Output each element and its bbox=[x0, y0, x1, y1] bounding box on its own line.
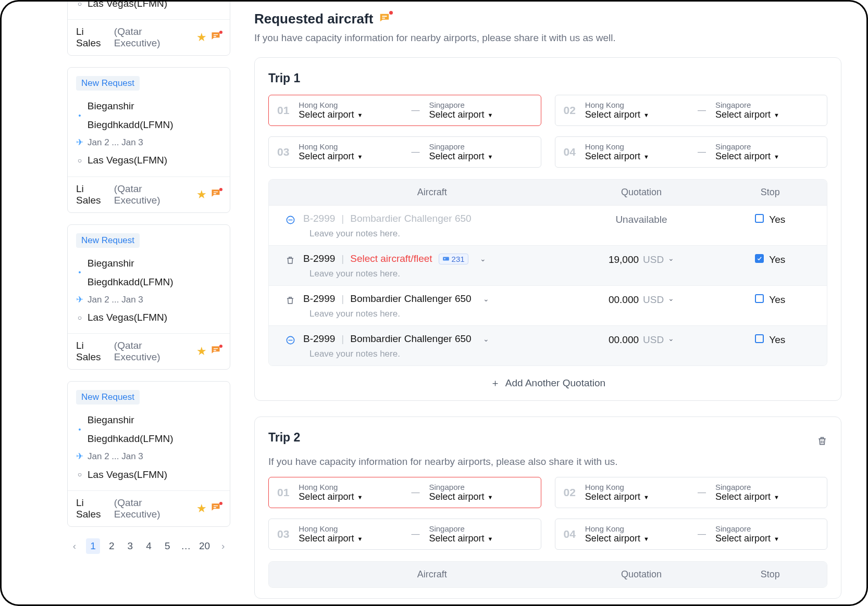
to-label: Singapore bbox=[429, 142, 532, 151]
stop-cell: Yes bbox=[722, 333, 819, 346]
chat-icon[interactable] bbox=[210, 31, 221, 44]
circle-icon: ○ bbox=[76, 154, 83, 168]
caret-down-icon: ▼ bbox=[643, 536, 649, 542]
notes-placeholder[interactable]: Leave your notes here. bbox=[309, 309, 561, 319]
aircraft-line[interactable]: B-2999| Bombardier Challenger 650 ⌄ bbox=[303, 333, 561, 345]
from-airport-select[interactable]: Select airport ▼ bbox=[585, 533, 649, 544]
caret-down-icon: ▼ bbox=[357, 494, 363, 500]
circle-icon: ○ bbox=[76, 311, 83, 325]
star-icon[interactable]: ★ bbox=[196, 31, 207, 44]
leg-selector[interactable]: 02 Hong Kong Select airport ▼ — Singapor… bbox=[555, 95, 828, 126]
circle-icon: ○ bbox=[76, 468, 83, 482]
caret-down-icon: ▼ bbox=[488, 536, 493, 542]
pager-next[interactable]: › bbox=[216, 538, 230, 554]
from-airport-select[interactable]: Select airport ▼ bbox=[299, 109, 363, 120]
to-airport-select[interactable]: Select airport ▼ bbox=[715, 533, 779, 544]
star-icon[interactable]: ★ bbox=[196, 188, 207, 201]
pager-page[interactable]: 3 bbox=[123, 538, 138, 554]
caret-down-icon: ▼ bbox=[643, 494, 649, 500]
seller-name: Li Sales bbox=[76, 183, 111, 206]
chat-icon[interactable] bbox=[378, 12, 391, 27]
chat-icon[interactable] bbox=[210, 188, 221, 201]
aircraft-line[interactable]: B-2999| Select aircraft/fleet 231 ⌄ bbox=[303, 253, 561, 264]
leg-selector[interactable]: 03 Hong Kong Select airport ▼ — Singapor… bbox=[268, 519, 541, 550]
notes-placeholder[interactable]: Leave your notes here. bbox=[309, 229, 561, 239]
pager-page[interactable]: 20 bbox=[197, 538, 212, 554]
disable-row-icon[interactable] bbox=[286, 335, 295, 348]
leg-selector[interactable]: 01 Hong Kong Select airport ▼ — Singapor… bbox=[268, 477, 541, 508]
chat-icon[interactable] bbox=[210, 345, 221, 358]
disable-row-icon[interactable] bbox=[286, 215, 295, 228]
from-airport-select[interactable]: Select airport ▼ bbox=[299, 151, 363, 162]
pager-prev[interactable]: ‹ bbox=[67, 538, 82, 554]
dash-icon: — bbox=[698, 106, 706, 115]
star-icon[interactable]: ★ bbox=[196, 345, 207, 358]
pager-page[interactable]: 4 bbox=[142, 538, 156, 554]
request-card[interactable]: New Request •Bieganshir Biegdhkadd(LFMN)… bbox=[67, 67, 230, 213]
from-airport-select[interactable]: Select airport ▼ bbox=[299, 491, 363, 502]
pager-page[interactable]: 2 bbox=[104, 538, 119, 554]
quotation-table: AircraftQuotationStop B-2999| Bombardier… bbox=[268, 179, 827, 366]
to-airport-select[interactable]: Select airport ▼ bbox=[715, 491, 779, 502]
from-airport-select[interactable]: Select airport ▼ bbox=[585, 491, 649, 502]
from-airport-select[interactable]: Select airport ▼ bbox=[299, 533, 363, 544]
request-card[interactable]: • ✈Jan 2 ... Jan 3 ○Las Vegas(LFMN) Li S… bbox=[67, 2, 230, 56]
star-icon[interactable]: ★ bbox=[196, 502, 207, 515]
add-quotation-button[interactable]: ＋Add Another Quotation bbox=[268, 366, 827, 390]
leg-selector[interactable]: 01 Hong Kong Select airport ▼ — Singapor… bbox=[268, 95, 541, 126]
to-airport-select[interactable]: Select airport ▼ bbox=[715, 151, 779, 162]
price-cell[interactable]: 00.000USD⌄ bbox=[561, 333, 722, 346]
leg-selector[interactable]: 04 Hong Kong Select airport ▼ — Singapor… bbox=[555, 136, 828, 168]
price-cell[interactable]: 19,000USD⌄ bbox=[561, 253, 722, 266]
to-airport-select[interactable]: Select airport ▼ bbox=[429, 151, 493, 162]
dash-icon: — bbox=[698, 529, 706, 539]
stop-checkbox[interactable] bbox=[755, 214, 764, 223]
from-label: Hong Kong bbox=[299, 100, 402, 109]
aircraft-line[interactable]: B-2999| Bombardier Challenger 650 ⌄ bbox=[303, 293, 561, 305]
from-airport-select[interactable]: Select airport ▼ bbox=[585, 109, 649, 120]
leg-number: 03 bbox=[277, 146, 289, 158]
to-airport-select[interactable]: Select airport ▼ bbox=[429, 109, 493, 120]
delete-trip-icon[interactable] bbox=[817, 435, 827, 449]
stop-checkbox[interactable] bbox=[755, 254, 764, 263]
trip-title: Trip 2 bbox=[268, 431, 300, 445]
caret-down-icon: ▼ bbox=[488, 494, 493, 500]
pager-page[interactable]: 1 bbox=[86, 538, 101, 554]
stop-checkbox[interactable] bbox=[755, 294, 764, 303]
leg-selector[interactable]: 02 Hong Kong Select airport ▼ — Singapor… bbox=[555, 477, 828, 508]
to-airport-select[interactable]: Select airport ▼ bbox=[715, 109, 779, 120]
delete-row-icon[interactable] bbox=[286, 255, 295, 268]
leg-number: 02 bbox=[564, 486, 576, 499]
from-airport-select[interactable]: Select airport ▼ bbox=[585, 151, 649, 162]
price-cell[interactable]: Unavailable bbox=[561, 213, 722, 225]
request-card[interactable]: New Request •Bieganshir Biegdhkadd(LFMN)… bbox=[67, 224, 230, 370]
price-cell[interactable]: 00.000USD⌄ bbox=[561, 293, 722, 306]
caret-down-icon: ▼ bbox=[643, 112, 649, 118]
stop-cell: Yes bbox=[722, 253, 819, 266]
seller-line: Li Sales (Qatar Executive) ★ bbox=[76, 497, 221, 520]
new-request-badge: New Request bbox=[76, 233, 140, 248]
from-label: Hong Kong bbox=[585, 483, 688, 491]
notes-placeholder[interactable]: Leave your notes here. bbox=[309, 269, 561, 279]
leg-number: 02 bbox=[564, 104, 576, 117]
stop-checkbox[interactable] bbox=[755, 334, 764, 343]
chat-icon[interactable] bbox=[210, 502, 221, 515]
caret-down-icon: ▼ bbox=[774, 112, 779, 118]
request-card[interactable]: New Request •Bieganshir Biegdhkadd(LFMN)… bbox=[67, 381, 230, 527]
seller-line: Li Sales (Qatar Executive) ★ bbox=[76, 26, 221, 49]
leg-selector[interactable]: 03 Hong Kong Select airport ▼ — Singapor… bbox=[268, 136, 541, 168]
pager-page[interactable]: 5 bbox=[160, 538, 175, 554]
seller-company: (Qatar Executive) bbox=[114, 340, 190, 363]
notes-placeholder[interactable]: Leave your notes here. bbox=[309, 349, 561, 359]
dot-icon: • bbox=[76, 423, 83, 437]
aircraft-line[interactable]: B-2999| Bombardier Challenger 650 bbox=[303, 213, 561, 224]
delete-row-icon[interactable] bbox=[286, 295, 295, 308]
leg-selector[interactable]: 04 Hong Kong Select airport ▼ — Singapor… bbox=[555, 519, 828, 550]
to-airport-select[interactable]: Select airport ▼ bbox=[429, 491, 493, 502]
dash-icon: — bbox=[698, 488, 706, 497]
to-airport-select[interactable]: Select airport ▼ bbox=[429, 533, 493, 544]
table-row: B-2999| Select aircraft/fleet 231 ⌄ Leav… bbox=[269, 245, 827, 285]
caret-down-icon: ▼ bbox=[488, 154, 493, 160]
caret-down-icon: ▼ bbox=[774, 154, 779, 160]
to-label: Singapore bbox=[715, 142, 819, 151]
